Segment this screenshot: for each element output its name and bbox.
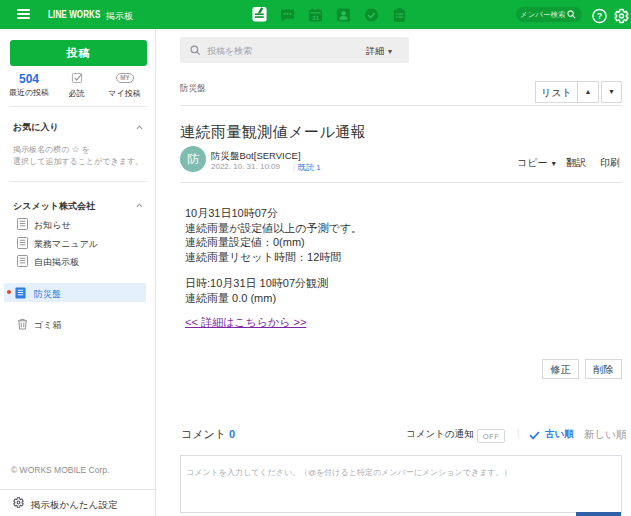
svg-text:?: ?: [597, 11, 602, 21]
svg-text:MY: MY: [120, 74, 130, 81]
svg-text:31: 31: [312, 14, 319, 21]
